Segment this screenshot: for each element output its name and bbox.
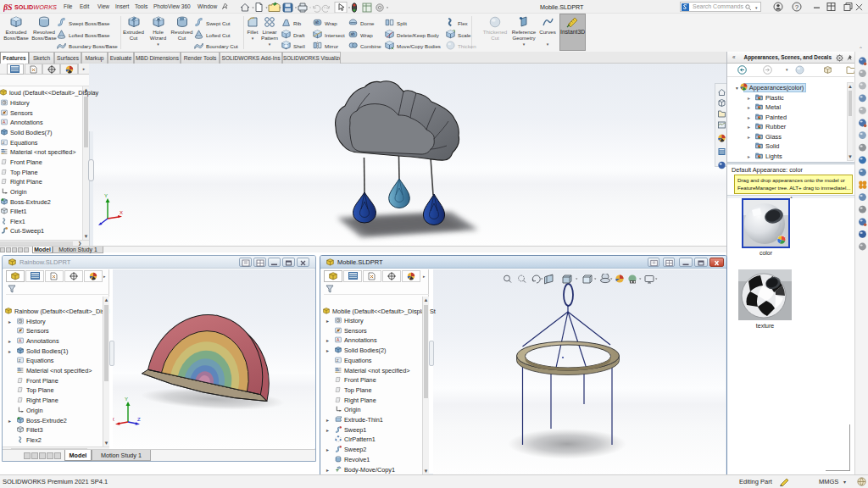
svg-text:βS: βS bbox=[3, 3, 13, 12]
svg-text:X: X bbox=[113, 417, 114, 422]
svg-text:ab: ab bbox=[351, 32, 356, 36]
svg-text:ab: ab bbox=[315, 20, 320, 25]
svg-text:Y: Y bbox=[125, 396, 128, 402]
svg-text:Z: Z bbox=[137, 417, 141, 422]
svg-text:?: ? bbox=[795, 3, 799, 11]
svg-text:Y: Y bbox=[104, 193, 108, 198]
svg-text:SOLIDWORKS: SOLIDWORKS bbox=[14, 3, 57, 11]
svg-text:X: X bbox=[120, 210, 123, 215]
